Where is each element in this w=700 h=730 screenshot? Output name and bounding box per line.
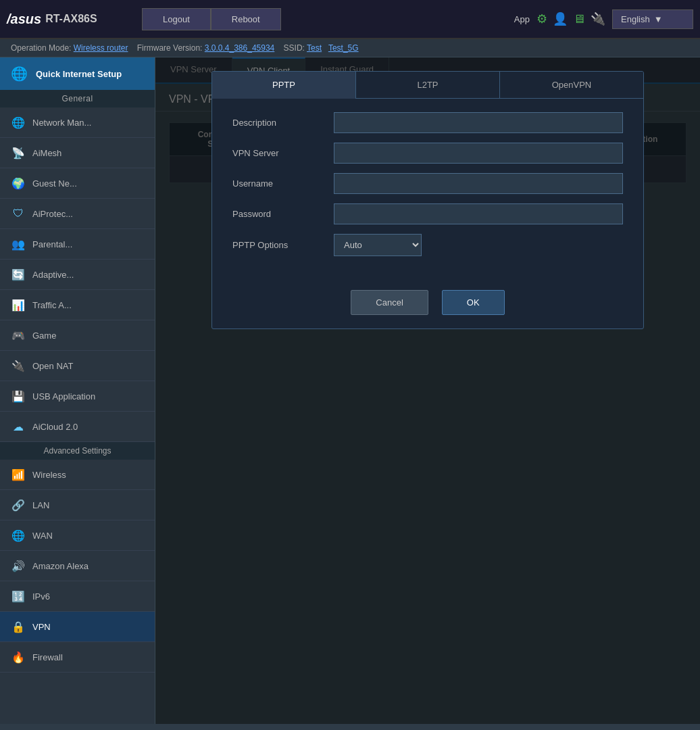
aicloud-icon: ☁ [11,419,26,434]
sidebar-item-guest-network[interactable]: 🌍 Guest Ne... [0,168,155,199]
sidebar-item-game[interactable]: 🎮 Game [0,320,155,351]
sidebar-item-label: AiCloud 2.0 [32,422,78,432]
password-input[interactable] [334,203,623,224]
cancel-button[interactable]: Cancel [351,290,428,315]
modal-tab-l2tp[interactable]: L2TP [356,72,500,99]
monitor-icon[interactable]: 🖥 [573,12,585,26]
usb-application-icon: 💾 [11,389,26,404]
sidebar-item-aimesh[interactable]: 📡 AiMesh [0,138,155,168]
sidebar-item-label: Network Man... [32,118,91,128]
sidebar-item-wan[interactable]: 🌐 WAN [0,520,155,551]
sidebar-item-wireless[interactable]: 📶 Wireless [0,460,155,490]
logout-button[interactable]: Logout [142,8,211,30]
password-label: Password [232,209,334,219]
vpn-server-input[interactable] [334,143,623,164]
user-icon[interactable]: 👤 [553,11,568,26]
reboot-button[interactable]: Reboot [211,8,281,30]
sidebar-item-ipv6[interactable]: 🔢 IPv6 [0,581,155,612]
operation-mode-label: Operation Mode: [11,43,71,53]
sidebar-item-amazon-alexa[interactable]: 🔊 Amazon Alexa [0,551,155,581]
gear-icon[interactable]: ⚙ [536,11,547,26]
infobar-left: Operation Mode: Wireless router Firmware… [11,43,359,53]
topbar-buttons: Logout Reboot [142,8,514,30]
password-row: Password [232,203,623,224]
operation-mode-value[interactable]: Wireless router [74,43,128,53]
sidebar-item-lan[interactable]: 🔗 LAN [0,490,155,520]
sidebar-item-traffic[interactable]: 📊 Traffic A... [0,290,155,320]
advanced-section-label: Advanced Settings [0,442,155,460]
app-label: App [514,14,530,24]
sidebar-item-parental[interactable]: 👥 Parental... [0,229,155,260]
logo-area: /asus RT-AX86S [7,11,142,27]
pptp-options-select[interactable]: Auto MPPE-40 MPPE-128 None [334,234,422,256]
sidebar-item-label: Amazon Alexa [32,561,89,571]
sidebar-item-open-nat[interactable]: 🔌 Open NAT [0,351,155,381]
sidebar-item-usb-application[interactable]: 💾 USB Application [0,381,155,412]
pptp-options-row: PPTP Options Auto MPPE-40 MPPE-128 None [232,234,623,256]
modal-buttons: Cancel OK [212,279,643,328]
network-map-icon: 🌐 [11,115,26,130]
sidebar-item-vpn[interactable]: 🔒 VPN [0,612,155,642]
sidebar-item-label: IPv6 [32,591,50,602]
username-label: Username [232,178,334,189]
guest-network-icon: 🌍 [11,176,26,191]
sidebar-item-aicloud[interactable]: ☁ AiCloud 2.0 [0,412,155,442]
description-input[interactable] [334,112,623,133]
firmware-label: Firmware Version: [137,43,203,53]
topbar-right: App ⚙ 👤 🖥 🔌 English ▼ [514,9,693,29]
pptp-modal: PPTP L2TP OpenVPN Description VPN Server [211,71,644,329]
infobar: Operation Mode: Wireless router Firmware… [0,39,700,57]
asus-logo: /asus [7,11,41,27]
sidebar-item-label: LAN [32,500,49,510]
pptp-options-label: PPTP Options [232,240,334,250]
chevron-down-icon: ▼ [654,14,663,24]
topbar: /asus RT-AX86S Logout Reboot App ⚙ 👤 🖥 🔌… [0,0,700,39]
aimesh-icon: 📡 [11,145,26,160]
parental-icon: 👥 [11,237,26,251]
vpn-server-row: VPN Server [232,143,623,164]
quick-setup-label: Quick Internet Setup [36,69,122,79]
description-row: Description [232,112,623,133]
sidebar-item-network-map[interactable]: 🌐 Network Man... [0,107,155,138]
sidebar-item-label: Game [32,331,56,341]
modal-tab-openvpn[interactable]: OpenVPN [500,72,643,99]
ssid-1[interactable]: Test [307,43,322,53]
wan-icon: 🌐 [11,528,26,543]
username-row: Username [232,173,623,194]
lan-icon: 🔗 [11,497,26,512]
sidebar-item-adaptive[interactable]: 🔄 Adaptive... [0,260,155,290]
usb-icon[interactable]: 🔌 [591,11,605,26]
sidebar-item-label: Firewall [32,652,63,662]
wireless-icon: 📶 [11,467,26,482]
sidebar-item-label: USB Application [32,391,95,402]
aiprotect-icon: 🛡 [11,206,26,221]
sidebar-item-label: Parental... [32,239,72,249]
language-selector[interactable]: English ▼ [612,9,693,29]
quick-setup-icon: 🌐 [11,66,28,82]
username-input[interactable] [334,173,623,194]
traffic-icon: 📊 [11,297,26,312]
game-icon: 🎮 [11,328,26,343]
vpn-server-label: VPN Server [232,148,334,158]
ssid-2[interactable]: Test_5G [328,43,359,53]
vpn-icon: 🔒 [11,619,26,634]
modal-overlay: PPTP L2TP OpenVPN Description VPN Server [155,57,700,724]
firmware-value[interactable]: 3.0.0.4_386_45934 [205,43,274,53]
sidebar-item-aiprotect[interactable]: 🛡 AiProtec... [0,199,155,229]
open-nat-icon: 🔌 [11,358,26,373]
sidebar: 🌐 Quick Internet Setup General 🌐 Network… [0,57,155,724]
sidebar-item-firewall[interactable]: 🔥 Firewall [0,642,155,673]
quick-internet-setup[interactable]: 🌐 Quick Internet Setup [0,57,155,90]
modal-form: Description VPN Server Username Password [212,99,643,279]
content-area: VPN Server VPN Client Instant Guard VPN … [155,57,700,724]
general-section-label: General [0,90,155,107]
ok-button[interactable]: OK [442,290,505,315]
sidebar-item-label: VPN [32,622,51,632]
sidebar-item-label: AiMesh [32,148,61,158]
sidebar-item-label: Guest Ne... [32,178,77,189]
language-label: English [621,14,650,24]
ssid-label: SSID: [284,43,305,53]
modal-tab-pptp[interactable]: PPTP [212,72,356,99]
sidebar-item-label: WAN [32,531,53,541]
sidebar-item-label: Adaptive... [32,270,74,280]
